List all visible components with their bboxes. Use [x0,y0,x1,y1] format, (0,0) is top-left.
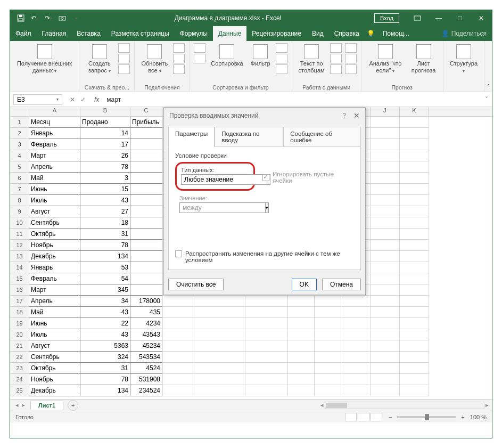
cell[interactable]: Ноябрь [29,240,80,251]
cell[interactable]: 43 [80,195,130,206]
get-external-data-button[interactable]: Получение внешних данных ▾ [14,43,75,75]
cell[interactable] [162,363,194,374]
cell[interactable] [130,229,162,240]
cell[interactable] [162,385,194,396]
cell[interactable] [194,352,245,363]
cell[interactable] [341,340,371,352]
clear-all-button[interactable]: Очистить все [168,279,224,290]
forecast-sheet-button[interactable]: Лист прогноза [408,43,439,75]
cell[interactable] [130,262,162,273]
cell[interactable]: 345 [80,284,130,296]
column-header[interactable]: J [371,107,400,116]
ignore-blank-checkbox[interactable] [262,174,269,181]
cell[interactable] [194,374,245,385]
cell[interactable] [288,296,315,307]
share-button[interactable]: 👤Поделиться [436,26,492,41]
cell[interactable] [245,374,288,385]
cell[interactable]: 18 [80,217,130,229]
cell[interactable]: Ноябрь [29,374,80,385]
cell[interactable] [245,307,288,318]
cell[interactable] [130,128,162,139]
cell[interactable] [371,374,400,385]
cell[interactable] [371,251,400,262]
tab-review[interactable]: Рецензирование [246,26,307,41]
mini-btn[interactable] [276,64,287,74]
cell[interactable]: Июнь [29,184,80,195]
cell[interactable] [341,318,371,329]
cell[interactable] [400,195,429,206]
cell[interactable]: Февраль [29,139,80,150]
formula-input[interactable]: март [103,96,481,103]
row-header[interactable]: 1 [10,117,29,128]
value-combo[interactable]: ▾ [179,202,249,213]
propagate-checkbox[interactable] [175,250,182,257]
cell[interactable]: Сентябрь [29,217,80,229]
cell[interactable]: 3 [80,173,130,184]
row-header[interactable]: 23 [10,363,29,374]
cell[interactable]: Январь [29,262,80,273]
cell[interactable]: Апрель [29,296,80,307]
mini-btn[interactable] [118,43,130,53]
row-header[interactable]: 4 [10,150,29,161]
cell[interactable]: 78 [80,161,130,173]
cell[interactable] [194,340,245,352]
cell[interactable] [341,296,371,307]
zoom-slider[interactable] [397,416,456,418]
row-header[interactable]: 25 [10,385,29,396]
tab-pagelayout[interactable]: Разметка страницы [106,26,175,41]
row-header[interactable]: 24 [10,374,29,385]
maximize-icon[interactable]: □ [449,10,471,26]
cell[interactable] [130,173,162,184]
mini-btn[interactable] [173,64,185,74]
cancel-button[interactable]: Отмена [322,279,361,290]
row-header[interactable]: 18 [10,307,29,318]
mini-btn[interactable] [276,43,287,53]
cell[interactable] [400,273,429,284]
minimize-icon[interactable]: — [428,10,449,26]
tab-view[interactable]: Вид [307,26,329,41]
cell[interactable]: Прибыль [130,117,162,128]
cell[interactable] [194,385,245,396]
mini-btn[interactable] [118,64,130,74]
cell[interactable] [288,352,315,363]
cell[interactable]: 26 [80,150,130,161]
row-header[interactable]: 6 [10,173,29,184]
cell[interactable] [245,318,288,329]
cell[interactable] [245,340,288,352]
mini-btn[interactable] [173,43,185,53]
cell[interactable]: Январь [29,128,80,139]
cell[interactable] [130,217,162,229]
cell[interactable] [371,340,400,352]
cell[interactable] [162,374,194,385]
cell[interactable]: Июль [29,195,80,206]
cell[interactable] [400,296,429,307]
dialog-tab-input-msg[interactable]: Подсказка по вводу [215,127,283,147]
row-header[interactable]: 17 [10,296,29,307]
cell[interactable] [130,273,162,284]
type-input[interactable] [181,174,267,185]
row-header[interactable]: 21 [10,340,29,352]
cell[interactable] [400,128,429,139]
sheet-tab[interactable]: Лист1 [30,401,63,410]
cell[interactable] [315,307,341,318]
tab-file[interactable]: Файл [10,26,37,41]
cell[interactable] [371,273,400,284]
help-icon[interactable]: ? [342,112,346,119]
column-header[interactable]: K [400,107,429,116]
refresh-all-button[interactable]: Обновить все ▾ [139,43,170,75]
dialog-tab-params[interactable]: Параметры [168,127,215,147]
cell[interactable] [371,195,400,206]
type-combo[interactable]: ▾ [181,174,249,185]
cell[interactable]: 5363 [80,340,130,352]
cell[interactable] [315,329,341,340]
cell[interactable]: Апрель [29,161,80,173]
cell[interactable]: 543534 [130,352,162,363]
cell[interactable]: 43 [80,307,130,318]
value-input[interactable] [179,202,266,213]
tell-me-label[interactable]: Помощ... [377,26,415,41]
cell[interactable] [130,284,162,296]
cell[interactable] [400,229,429,240]
tell-me-icon[interactable]: 💡 [365,26,377,41]
cell[interactable] [371,184,400,195]
view-pagelayout-button[interactable] [358,413,369,421]
